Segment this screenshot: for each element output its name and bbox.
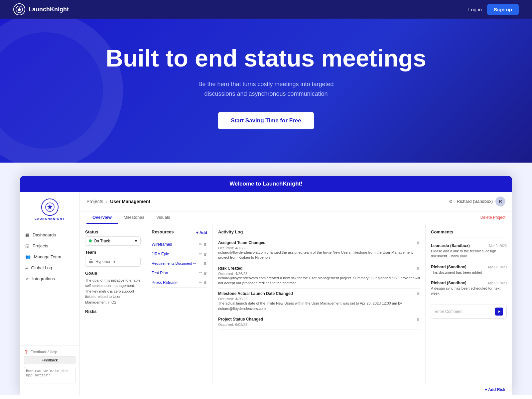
activity-log-panel: Activity Log Assigned Team Changed 🗑 Occ…: [213, 224, 426, 384]
hero-title: Built to end status meetings: [83, 45, 449, 71]
nav-logo: LaunchKnight: [13, 3, 69, 15]
comment-date-0: Mar 9, 2023: [489, 244, 507, 248]
activity-desc-0: richard@floydendeavors.com changed the a…: [218, 250, 420, 260]
delete-pressrelease-button[interactable]: 🗑: [203, 280, 207, 285]
edit-pressrelease-button[interactable]: ✏: [199, 280, 202, 285]
team-select[interactable]: 🏛 Hyperion ▾: [85, 257, 141, 267]
signup-button[interactable]: Sign up: [487, 4, 519, 15]
app-body: LAUNCHKNIGHT ▦ Dashboards ◱ Projects 👥 M…: [20, 192, 512, 395]
trash-icon-1[interactable]: 🗑: [416, 266, 420, 270]
team-value: Hyperion: [95, 259, 111, 264]
resource-actions-requirements: 🗑: [203, 261, 207, 265]
login-button[interactable]: Log in: [468, 7, 482, 12]
comment-input-placeholder[interactable]: Enter Comment: [435, 309, 495, 314]
comment-input-area: Enter Comment ➤: [431, 305, 507, 319]
delete-testplan-button[interactable]: 🗑: [203, 271, 207, 275]
resource-name-wireframes[interactable]: Wireframes: [152, 242, 172, 247]
comment-date-2: Apr 13, 2023: [488, 281, 507, 285]
sidebar-bottom: ❓ Feedback / Help Feedback: [20, 345, 79, 389]
team-icon: 👥: [25, 254, 31, 259]
activity-item-3: Project Status Changed 🗑 Occurred: 6/02/…: [218, 314, 420, 330]
hero-cta-button[interactable]: Start Saving Time for Free: [218, 112, 314, 129]
main-content: Projects › User Management ⚙ Richard (Sa…: [80, 192, 512, 395]
user-info: ⚙ Richard (Sandbox) R: [449, 197, 505, 206]
app-preview: Welcome to LaunchKnight! LAUNCHKNIGHT ▦ …: [20, 176, 512, 395]
tab-visuals[interactable]: Visuals: [150, 211, 176, 224]
breadcrumb-separator: ›: [106, 199, 108, 204]
resource-name-testplan[interactable]: Test Plan: [152, 271, 168, 275]
delete-jira-button[interactable]: 🗑: [203, 252, 207, 256]
status-label: Status: [85, 229, 141, 234]
breadcrumb-root[interactable]: Projects: [86, 199, 103, 204]
goals-text: The goal of this initiative to enable se…: [85, 278, 141, 305]
activity-desc-1: richard@floydendeavors.com created a new…: [218, 276, 420, 286]
activity-event-0: Assigned Team Changed: [218, 240, 265, 245]
sidebar: LAUNCHKNIGHT ▦ Dashboards ◱ Projects 👥 M…: [20, 192, 80, 395]
team-section: Team 🏛 Hyperion ▾: [85, 250, 141, 267]
tab-milestones[interactable]: Milestones: [118, 211, 150, 224]
edit-wireframes-button[interactable]: ✏: [199, 242, 202, 246]
status-section: Status On Track ▾: [85, 229, 141, 246]
tab-overview[interactable]: Overview: [86, 211, 118, 224]
risks-label: Risks: [85, 309, 141, 314]
activity-event-2: Milestone Actual Launch Date Changed: [218, 291, 293, 296]
activity-date-1: Occurred: 4/26/23: [218, 272, 420, 276]
log-icon: ≡: [25, 265, 28, 270]
breadcrumb-bar: Projects › User Management ⚙ Richard (Sa…: [80, 192, 512, 211]
feedback-input[interactable]: [24, 367, 75, 383]
comment-author-0: Leonardo (Sandbox): [431, 243, 470, 248]
hero-section: Built to end status meetings Be the hero…: [0, 19, 532, 163]
left-panel: Status On Track ▾ Team 🏛 Hyperion: [80, 224, 146, 384]
comment-text-0: Please add a link to the technical desig…: [431, 249, 507, 259]
sidebar-nav-item-global-log[interactable]: ≡ Global Log: [20, 262, 79, 273]
projects-icon: ◱: [25, 243, 29, 248]
app-preview-wrapper: Welcome to LaunchKnight! LAUNCHKNIGHT ▦ …: [0, 163, 532, 395]
goals-label: Goals: [85, 271, 141, 276]
resource-item-wireframes: Wireframes ✏ 🗑: [152, 240, 207, 249]
activity-desc-2: The actual launch date of the Invite New…: [218, 301, 420, 311]
sidebar-nav-item-manage-team[interactable]: 👥 Manage Team: [20, 251, 79, 262]
logo-icon: [13, 3, 25, 15]
gear-icon[interactable]: ⚙: [449, 199, 453, 204]
resource-name-pressrelease[interactable]: Press Release: [152, 280, 178, 285]
resources-panel: Resources + Add Wireframes ✏ 🗑 JIRA Epic: [146, 224, 213, 384]
resources-header: Resources + Add: [152, 229, 207, 236]
sidebar-logo-text: LAUNCHKNIGHT: [23, 217, 76, 220]
resources-title: Resources: [152, 229, 174, 234]
sidebar-nav-item-integrations[interactable]: ✳ Integrations: [20, 273, 79, 284]
trash-icon-2[interactable]: 🗑: [416, 292, 420, 296]
goals-section: Goals The goal of this initiative to ena…: [85, 271, 141, 305]
sidebar-nav-item-dashboards[interactable]: ▦ Dashboards: [20, 229, 79, 240]
resource-name-requirements[interactable]: Requirements Document ✏: [152, 261, 196, 266]
tabs: Overview Milestones Visuals: [80, 211, 183, 224]
status-chevron-icon: ▾: [135, 239, 137, 243]
feedback-button[interactable]: Feedback: [24, 356, 75, 364]
resource-item-pressrelease: Press Release ✏ 🗑: [152, 278, 207, 288]
activity-item-2: Milestone Actual Launch Date Changed 🗑 O…: [218, 289, 420, 314]
resource-name-jira[interactable]: JIRA Epic: [152, 252, 169, 256]
add-risk-bar: + Add Risk: [80, 384, 512, 395]
breadcrumb-current: User Management: [110, 199, 150, 204]
comment-author-1: Richard (Sandbox): [431, 265, 466, 269]
delete-project-button[interactable]: Delete Project: [480, 215, 512, 220]
delete-wireframes-button[interactable]: 🗑: [203, 242, 207, 246]
trash-icon-0[interactable]: 🗑: [416, 241, 420, 245]
team-select-icon: 🏛: [89, 259, 93, 264]
team-chevron-icon: ▾: [113, 259, 115, 264]
activity-item-0: Assigned Team Changed 🗑 Occurred: 4/13/2…: [218, 238, 420, 263]
add-risk-button[interactable]: + Add Risk: [485, 387, 505, 392]
status-select[interactable]: On Track ▾: [85, 236, 141, 246]
activity-event-1: Risk Created: [218, 266, 242, 271]
edit-testplan-button[interactable]: ✏: [199, 271, 202, 275]
delete-requirements-button[interactable]: 🗑: [203, 261, 207, 265]
activity-event-3: Project Status Changed: [218, 317, 263, 322]
comment-text-1: This document has been added: [431, 270, 507, 275]
resource-actions-wireframes: ✏ 🗑: [199, 242, 207, 246]
add-resource-button[interactable]: + Add: [196, 230, 207, 235]
comment-send-button[interactable]: ➤: [495, 308, 503, 316]
sidebar-nav-item-projects[interactable]: ◱ Projects: [20, 240, 79, 251]
edit-jira-button[interactable]: ✏: [199, 252, 202, 256]
trash-icon-3[interactable]: 🗑: [416, 317, 420, 321]
comment-author-2: Richard (Sandbox): [431, 281, 466, 285]
comment-item-1: Richard (Sandbox) Apr 12, 2023 This docu…: [431, 262, 507, 278]
